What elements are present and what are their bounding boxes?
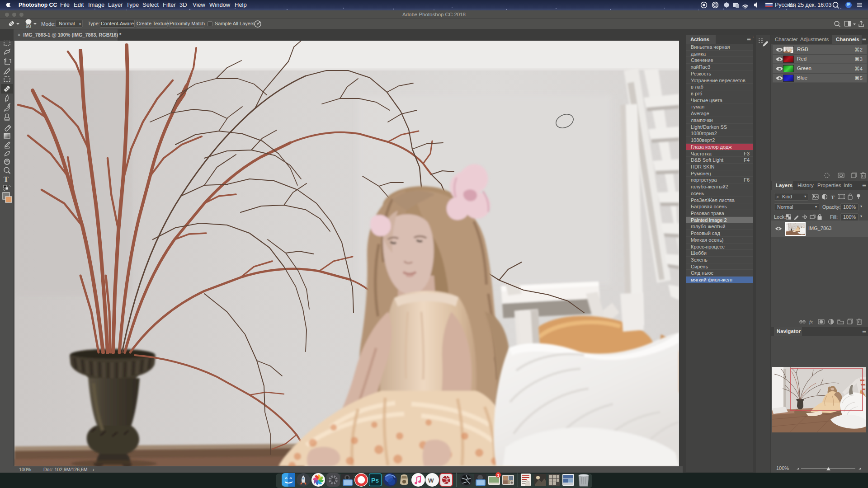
svg-text:w: w	[428, 476, 434, 484]
svg-text:Вт, 25 дек. 16:03: Вт, 25 дек. 16:03	[789, 2, 832, 8]
svg-text:T: T	[831, 194, 835, 201]
svg-text:Ps: Ps	[371, 477, 379, 484]
svg-text:Layer: Layer	[108, 1, 123, 8]
svg-text:90: 90	[26, 23, 31, 29]
svg-text:3D: 3D	[179, 1, 187, 8]
svg-text:Filter: Filter	[163, 1, 176, 8]
svg-text:3: 3	[497, 473, 500, 478]
svg-text:Mode:: Mode:	[41, 21, 56, 27]
svg-text:Type: Type	[126, 1, 139, 8]
svg-text:File: File	[60, 1, 70, 8]
svg-text:View: View	[193, 1, 206, 8]
svg-text:Help: Help	[235, 1, 247, 8]
svg-text:Photoshop CC: Photoshop CC	[19, 2, 57, 8]
svg-text:Select: Select	[142, 1, 159, 8]
svg-text:fx: fx	[809, 319, 813, 324]
svg-text:Edit: Edit	[74, 1, 84, 8]
svg-text:T: T	[4, 175, 9, 183]
svg-text:Window: Window	[209, 1, 231, 8]
svg-text:Image: Image	[88, 1, 104, 8]
